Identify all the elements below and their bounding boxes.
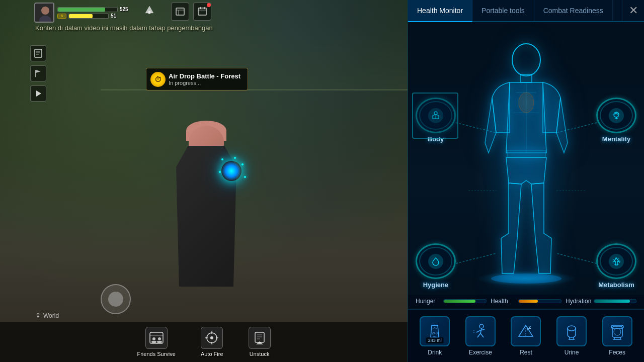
particle	[221, 158, 223, 160]
rest-label: Rest	[520, 349, 532, 356]
svg-marker-35	[256, 341, 263, 344]
drink-label: Drink	[428, 349, 442, 356]
stat-hygiene: Hygiene	[413, 243, 458, 289]
up-arrow-icon	[143, 4, 155, 16]
svg-rect-22	[151, 341, 156, 343]
svg-point-49	[519, 93, 534, 113]
exercise-label: Exercise	[469, 349, 492, 356]
body-highlight-box	[412, 93, 458, 139]
auto-fire-label: Auto Fire	[201, 351, 223, 357]
unstuck-btn[interactable]: Unstuck	[249, 327, 271, 357]
svg-point-26	[210, 336, 213, 339]
quest-icon: ⏱	[150, 72, 166, 87]
stamina-value: 51	[111, 13, 125, 19]
rest-action[interactable]: z Z Rest	[511, 316, 541, 356]
hygiene-icon	[428, 254, 443, 269]
svg-line-61	[477, 333, 480, 337]
hydration-label: Hydration	[566, 298, 591, 305]
svg-point-77	[614, 328, 621, 335]
mic-label: World	[43, 312, 59, 319]
hp-value: 525	[120, 7, 134, 12]
glow-particles	[216, 156, 247, 196]
exercise-icon	[465, 316, 496, 346]
notification-dot	[207, 3, 211, 7]
flag-icon-btn[interactable]	[30, 65, 46, 81]
auto-fire-btn[interactable]: Auto Fire	[201, 327, 223, 357]
svg-text:243: 243	[432, 331, 438, 335]
map-icon-btn[interactable]	[171, 3, 189, 21]
calendar-icon-btn[interactable]	[193, 3, 211, 21]
mentality-icon	[609, 108, 624, 123]
stat-mentality: Mentality	[594, 98, 639, 143]
health-fill	[519, 300, 538, 303]
unstuck-icon	[249, 327, 271, 349]
mic-icon: 🎙	[35, 312, 41, 319]
platform-glow	[476, 271, 577, 286]
svg-point-21	[152, 337, 155, 340]
stamina-bar-bg	[68, 14, 109, 19]
svg-point-52	[614, 112, 619, 117]
svg-line-64	[480, 329, 485, 330]
notes-icon-btn[interactable]	[30, 45, 46, 61]
human-body-svg	[481, 32, 572, 284]
friends-survive-label: Friends Survive	[137, 351, 175, 357]
tab-combat-readiness[interactable]: Combat Readiness	[534, 0, 613, 21]
svg-rect-4	[148, 11, 150, 14]
svg-point-55	[613, 258, 620, 265]
svg-point-23	[158, 337, 161, 340]
quest-subtitle: In progress...	[169, 80, 240, 86]
hydration-bar-group: Hydration	[566, 298, 636, 305]
top-actions	[171, 3, 211, 21]
svg-line-62	[480, 333, 484, 337]
svg-line-63	[476, 330, 480, 332]
svg-rect-8	[198, 8, 206, 15]
particle	[234, 157, 236, 159]
urine-label: Urine	[565, 349, 579, 356]
exercise-action[interactable]: Exercise	[465, 316, 496, 356]
movement-joystick[interactable]	[101, 284, 131, 314]
hp-bar-fill	[58, 8, 105, 12]
svg-rect-76	[611, 325, 623, 328]
svg-text:Z: Z	[528, 325, 531, 330]
svg-text:z: z	[527, 327, 529, 331]
svg-rect-75	[612, 326, 622, 337]
status-text: Konten di dalam video ini masih dalam ta…	[35, 24, 213, 32]
metabolism-icon	[609, 254, 624, 269]
drink-badge: 243 ml	[426, 337, 444, 343]
svg-point-59	[479, 324, 484, 328]
svg-point-43	[512, 44, 540, 76]
game-viewport: 525 6 51	[0, 0, 408, 362]
left-sidebar	[30, 45, 46, 102]
body-figure	[481, 32, 572, 284]
stat-metabolism-label: Metabolism	[598, 281, 634, 289]
feces-action[interactable]: Feces	[602, 316, 632, 356]
friends-survive-icon	[145, 327, 168, 349]
status-bars: Hunger Health Hydration	[408, 295, 644, 308]
urine-icon	[556, 316, 587, 346]
stamina-bar-row: 6 51	[57, 13, 134, 19]
urine-action[interactable]: Urine	[556, 316, 587, 356]
friends-survive-btn[interactable]: Friends Survive	[137, 327, 175, 357]
tab-health-monitor[interactable]: Health Monitor	[408, 0, 472, 22]
hunger-track	[443, 299, 487, 303]
drink-action[interactable]: 243 ml 243 ml Drink	[420, 316, 450, 356]
hydration-fill	[594, 300, 629, 303]
panel-close-button[interactable]: ✕	[622, 0, 644, 21]
auto-fire-icon	[201, 327, 223, 349]
joystick-handle[interactable]	[108, 292, 123, 307]
hydration-track	[594, 299, 636, 303]
bottom-action-bar: Friends Survive Auto Fire	[0, 322, 408, 362]
svg-rect-12	[35, 49, 42, 57]
health-actions: 243 ml 243 ml Drink	[408, 309, 644, 362]
unstuck-label: Unstuck	[250, 351, 270, 357]
tab-portable-tools[interactable]: Portable tools	[472, 0, 534, 21]
feces-label: Feces	[609, 349, 625, 356]
level-badge: 6	[57, 14, 66, 19]
hp-bar-row: 525	[57, 7, 134, 12]
mic-button[interactable]: 🎙 World	[35, 312, 59, 319]
drink-icon: 243 ml 243 ml	[420, 316, 450, 346]
body-diagram: Body Mentality	[408, 22, 644, 306]
play-icon-btn[interactable]	[30, 85, 46, 102]
rest-icon: z Z	[511, 316, 541, 346]
hunger-bar-group: Hunger	[416, 298, 487, 305]
